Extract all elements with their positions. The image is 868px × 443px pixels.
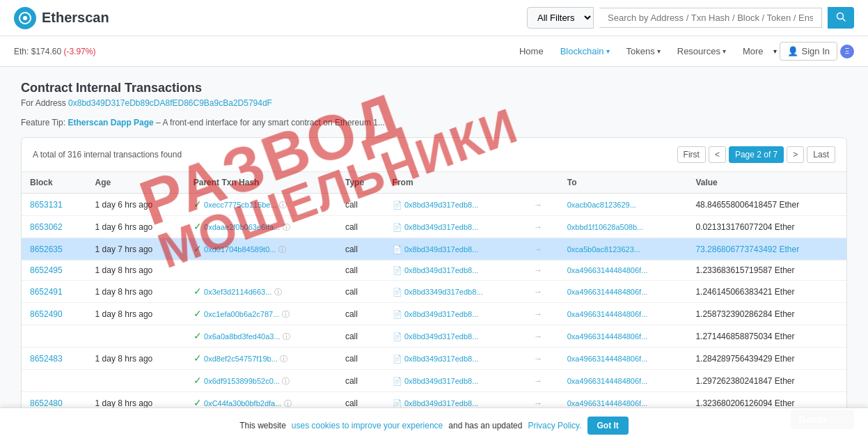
txn-hash-link[interactable]: 0x6a0a8bd3fed40a3...: [204, 332, 281, 341]
search-input[interactable]: [599, 8, 822, 28]
table-cell-0: [22, 325, 87, 348]
from-address[interactable]: 0x8bd349d317edb8...: [404, 399, 478, 407]
contract-address-link[interactable]: 0x8bd349D317eDb89cDA8fED86C9Ba9cBa2D5794…: [68, 98, 272, 108]
tokens-arrow: ▾: [657, 47, 661, 55]
block-link[interactable]: 8652635: [30, 244, 63, 254]
block-link[interactable]: 8653131: [30, 200, 63, 210]
from-address[interactable]: 0x8bd349d317edb8...: [404, 245, 478, 254]
txn-hash-link[interactable]: 0xdaae2f0b063e6ffa...: [204, 223, 280, 231]
block-link[interactable]: 8652490: [30, 309, 63, 319]
txn-hash-link[interactable]: 0xd8ef2c54757f19b...: [204, 355, 278, 363]
from-address[interactable]: 0x8bd3349d317edb8...: [404, 288, 483, 296]
check-icon: ✓: [194, 286, 202, 297]
to-address[interactable]: 0xa49663144484806f...: [567, 288, 648, 296]
age-cell: 1 day 8 hrs ago: [95, 265, 153, 275]
table-cell-3: call: [337, 303, 384, 325]
to-address[interactable]: 0xa49663144484806f...: [567, 332, 648, 341]
last-page-btn[interactable]: Last: [807, 146, 835, 163]
table-cell-7: 1.284289756439429 Ether: [687, 348, 846, 370]
txn-hash-link[interactable]: 0xd01704b84589t0...: [204, 245, 276, 254]
txn-hash-link[interactable]: 0xecc7775cb115be...: [204, 201, 277, 209]
nav-tokens[interactable]: Tokens ▾: [620, 42, 668, 61]
cookie-privacy-link[interactable]: Privacy Policy.: [528, 421, 581, 429]
info-icon[interactable]: ⓘ: [282, 310, 290, 318]
nav-more[interactable]: More: [736, 42, 771, 61]
table-cell-5: →: [526, 238, 559, 261]
info-icon[interactable]: ⓘ: [274, 288, 282, 296]
table-cell-5: →: [526, 348, 559, 370]
to-address[interactable]: 0xbbd1f10628a508b...: [567, 223, 644, 231]
cookie-text-before: This website: [239, 421, 286, 429]
check-icon: ✓: [194, 243, 202, 254]
value-cell: 1.258732390286284 Ether: [695, 309, 794, 319]
to-address[interactable]: 0xca5b0ac8123623...: [567, 245, 640, 254]
info-icon[interactable]: ⓘ: [279, 201, 287, 209]
age-cell: 1 day 8 hrs ago: [95, 354, 153, 364]
block-link[interactable]: 8652480: [30, 398, 63, 408]
signin-button[interactable]: 👤 Sign In: [780, 42, 837, 61]
txn-hash-link[interactable]: 0x6df9153899b52c0...: [204, 377, 280, 385]
filter-select[interactable]: All Filters: [527, 7, 594, 29]
table-row: ✓ 0x6a0a8bd3fed40a3... ⓘcall📄 0x8bd349d3…: [22, 325, 846, 348]
direction-arrow-icon: →: [534, 332, 542, 341]
from-address[interactable]: 0x8bd349d317edb8...: [404, 201, 478, 209]
info-icon[interactable]: ⓘ: [282, 377, 290, 385]
check-icon: ✓: [194, 308, 202, 319]
from-address[interactable]: 0x8bd349d317edb8...: [404, 310, 478, 318]
to-address[interactable]: 0xa49663144484806f...: [567, 266, 648, 274]
to-address[interactable]: 0xa49663144484806f...: [567, 355, 648, 363]
table-cell-5: →: [526, 194, 559, 216]
txn-hash-link[interactable]: 0xc1efa00b6a2c787...: [204, 310, 279, 318]
table-cell-3: call: [337, 238, 384, 261]
block-link[interactable]: 8653062: [30, 222, 63, 232]
type-cell: call: [345, 244, 358, 254]
from-address[interactable]: 0x8bd349d317edb8...: [404, 223, 478, 231]
table-cell-4: 📄 0x8bd349d317edb8...: [384, 194, 526, 216]
block-link[interactable]: 8652483: [30, 354, 63, 364]
first-page-btn[interactable]: First: [677, 146, 706, 163]
to-address[interactable]: 0xa49663144484806f...: [567, 377, 648, 385]
block-link[interactable]: 8652495: [30, 265, 63, 275]
doc-icon: 📄: [393, 288, 402, 296]
type-cell: call: [345, 332, 358, 341]
table-cell-6: 0xca5b0ac8123623...: [559, 238, 688, 261]
next-page-btn[interactable]: >: [787, 146, 804, 163]
check-icon: ✓: [194, 199, 202, 210]
prev-page-btn[interactable]: <: [709, 146, 726, 163]
txn-hash-link[interactable]: 0xC44fa30b0bfb2dfa...: [204, 399, 281, 407]
account-icon: 👤: [787, 46, 798, 56]
to-address[interactable]: 0xacb0ac8123629...: [567, 201, 636, 209]
from-address[interactable]: 0x8bd349d317edb8...: [404, 355, 478, 363]
table-cell-3: call: [337, 370, 384, 392]
nav-links: Home Blockchain ▾ Tokens ▾ Resources ▾ M…: [512, 42, 854, 61]
type-cell: call: [345, 222, 358, 232]
table-cell-4: 📄 0x8bd349d317edb8...: [384, 261, 526, 281]
table-cell-5: →: [526, 325, 559, 348]
table-cell-5: →: [526, 261, 559, 281]
info-icon[interactable]: ⓘ: [284, 399, 292, 407]
to-address[interactable]: 0xa49663144484806f...: [567, 399, 648, 407]
cookie-uses-link[interactable]: uses cookies to improve your experience: [292, 421, 443, 429]
doc-icon: 📄: [393, 245, 402, 254]
txn-hash-link[interactable]: 0x3ef3d2114d663...: [204, 288, 271, 296]
nav-home[interactable]: Home: [512, 42, 551, 61]
info-icon[interactable]: ⓘ: [283, 332, 290, 341]
from-address[interactable]: 0x8bd349d317edb8...: [404, 377, 478, 385]
check-icon: ✓: [194, 397, 202, 408]
info-icon[interactable]: ⓘ: [283, 223, 290, 231]
search-button[interactable]: [828, 7, 854, 29]
info-icon[interactable]: ⓘ: [278, 245, 286, 254]
from-address[interactable]: 0x8bd349d317edb8...: [404, 332, 478, 341]
cookie-accept-btn[interactable]: Got It: [587, 417, 629, 429]
block-link[interactable]: 8652491: [30, 287, 63, 297]
table-cell-0: 8652491: [22, 281, 87, 303]
nav-resources[interactable]: Resources ▾: [670, 42, 733, 61]
nav-blockchain[interactable]: Blockchain ▾: [553, 42, 617, 61]
to-address[interactable]: 0xa49663144484806f...: [567, 310, 648, 318]
type-cell: call: [345, 309, 358, 319]
info-icon[interactable]: ⓘ: [280, 355, 287, 363]
feature-tip-link[interactable]: Etherscan Dapp Page: [68, 118, 153, 127]
table-cell-6: 0xa49663144484806f...: [559, 325, 688, 348]
from-address[interactable]: 0x8bd349d317edb8...: [404, 266, 478, 274]
logo-area[interactable]: Etherscan: [14, 7, 109, 29]
